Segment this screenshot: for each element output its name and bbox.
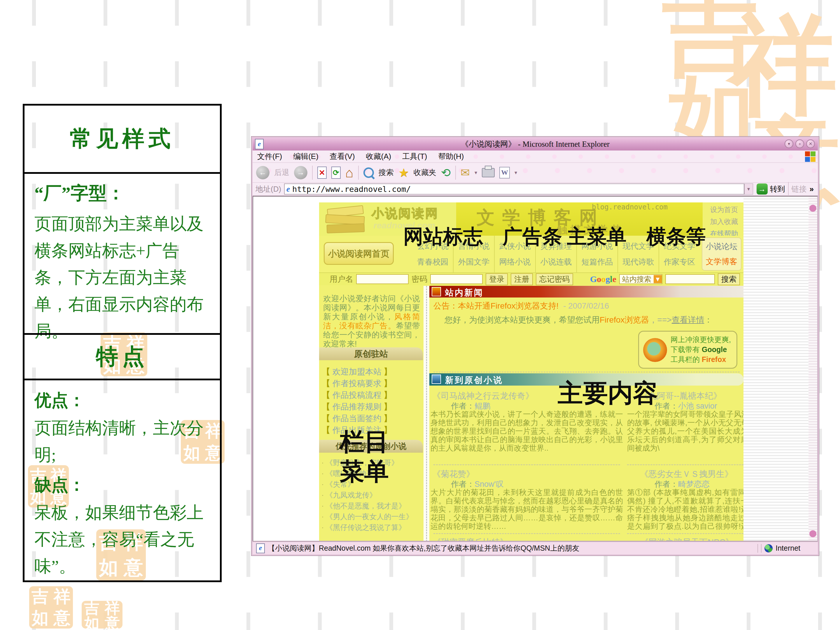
scope-dropdown-icon[interactable]: ▾ [654, 275, 662, 283]
novel-link[interactable]: ·《九凤戏龙传》 [321, 490, 423, 500]
menu-edit[interactable]: 编辑(E) [293, 152, 319, 162]
stop-button[interactable]: ✕ [317, 167, 327, 179]
search-icon[interactable] [363, 167, 374, 178]
novel-link[interactable]: ·《男人的一夜女人的一生》 [321, 512, 423, 521]
annotation-main-content: 主要内容 [558, 376, 658, 411]
firefox-link[interactable]: Firefox浏览器 [600, 315, 649, 324]
nav-link[interactable]: 短篇作品 [582, 257, 613, 267]
add-favorite-link[interactable]: 加入收藏 [705, 217, 744, 226]
print-icon[interactable] [482, 168, 495, 177]
cons-label: 缺点： [35, 474, 210, 496]
home-page-button[interactable]: 小说阅读网首页 [324, 242, 394, 265]
novel-description: 大片大片的菊花田，未到秋天这里就提前成为白色的世界。白菊代表哀思与悼念，然而在越… [431, 488, 623, 531]
sidebar-item[interactable]: 【 作品当面签约 】 [322, 413, 423, 424]
nav-link[interactable]: 青春校园 [417, 257, 448, 267]
nav-link[interactable]: 小说连载 [540, 257, 572, 267]
announcement-date: - 2007/02/16 [563, 301, 609, 310]
close-button[interactable]: ✕ [806, 139, 815, 148]
forward-button[interactable]: → [294, 166, 308, 179]
sidebar-item[interactable]: 【 欢迎加盟本站 】 [322, 366, 423, 377]
toolbar-separator [455, 166, 456, 180]
menu-help[interactable]: 帮助(H) [438, 152, 464, 162]
refresh-button[interactable]: ⟳ [332, 167, 341, 179]
nav-link[interactable]: 作家专区 [664, 257, 695, 267]
back-button[interactable]: ← [256, 166, 270, 179]
status-separator [758, 544, 758, 553]
pros-text: 页面结构清晰，主次分明; [35, 415, 204, 468]
forum-link[interactable]: 小说论坛 [706, 241, 737, 252]
menu-bar: 文件(F) 编辑(E) 查看(V) 收藏(A) 工具(T) 帮助(H) [253, 150, 818, 163]
status-page-icon: e [256, 543, 265, 553]
maximize-button[interactable]: ＋ [795, 139, 804, 148]
forgot-password-button[interactable]: 忘记密码 [536, 273, 573, 285]
home-button[interactable]: ⌂ [345, 167, 354, 178]
novel-title[interactable]: 《司马战神之行云龙传奇》 [432, 390, 534, 402]
novel-title[interactable]: 《菊花赞》 [432, 468, 475, 480]
address-input[interactable]: e http://www.readnovel.com/ [284, 183, 744, 194]
novels-header-icon [432, 374, 441, 384]
go-label[interactable]: 转到 [770, 184, 785, 194]
nav-link[interactable]: 网络小说 [499, 257, 531, 267]
scroll-up-button[interactable] [809, 205, 816, 212]
view-details-link[interactable]: 查看详情 [672, 315, 704, 324]
scroll-down-button[interactable] [809, 530, 816, 537]
blog-link[interactable]: 文学博客 [706, 256, 737, 267]
window-title: 《小说阅读网》 - Microsoft Internet Explorer [253, 139, 818, 149]
novel-link[interactable]: ·《他不是恶魔，我才是》 [321, 501, 423, 511]
novel-title[interactable]: 《甜蜜恶魔丘比特》 [432, 537, 508, 542]
novel-title[interactable]: 《恶劣女生ＶＳ拽男生》 [640, 468, 733, 480]
sidebar-item[interactable]: 【 作者投稿要求 】 [322, 378, 423, 389]
news-header-label: 站内新闻 [445, 287, 483, 298]
favorites-star-icon[interactable]: ★ [398, 166, 409, 179]
panel-section-title: 常见样式 [25, 106, 220, 172]
menu-tools[interactable]: 工具(T) [402, 152, 427, 162]
site-name: 小说阅读网 [372, 205, 439, 222]
go-icon[interactable]: → [756, 183, 768, 194]
edit-with-word-icon[interactable]: W [499, 167, 510, 178]
history-icon[interactable]: ⟲ [441, 166, 451, 179]
address-dropdown-icon[interactable]: ▾ [744, 183, 753, 194]
username-field[interactable] [356, 274, 409, 284]
password-field[interactable] [430, 274, 483, 284]
ie-favicon: e [286, 185, 290, 194]
search-label[interactable]: 搜索 [379, 167, 394, 178]
vertical-scrollbar[interactable] [808, 197, 817, 541]
favorites-label[interactable]: 收藏夹 [414, 167, 436, 178]
nav-link[interactable]: 现代诗歌 [623, 257, 654, 267]
minimize-button[interactable]: ▾ [785, 139, 793, 148]
toolbar-dropdown-icon[interactable]: ▾ [515, 169, 517, 176]
site-search-input[interactable] [665, 274, 715, 284]
novel-description: 本书乃长篇武侠小说，讲了一个人奇迹般的遭遇，练就一身绝世武功，利用自己的想象力，… [431, 410, 623, 461]
novel-author: 作者：小池 savior [655, 401, 717, 411]
firefox-ad-box[interactable]: 网上冲浪更快更爽, 下载带有 Google 工具栏的 Firefox [638, 331, 737, 369]
mail-dropdown-icon[interactable]: ▾ [475, 169, 477, 176]
novel-author: 作者：畸梦恋恋 [655, 479, 710, 489]
menu-favorites[interactable]: 收藏(A) [366, 152, 392, 162]
features-title: 特点 [96, 342, 148, 372]
novel-separator [433, 533, 620, 534]
novel-author: 作者：Snow'叹 [451, 479, 504, 489]
announcement-title[interactable]: 公告：本站开通Firefox浏览器支持! - 2007/02/16 [433, 300, 609, 311]
forum-links-box: 小说论坛 文学博客 [702, 237, 741, 271]
set-homepage-link[interactable]: 设为首页 [705, 205, 744, 215]
links-chevron-icon[interactable]: » [810, 185, 814, 194]
status-separator [761, 544, 761, 553]
sidebar-item[interactable]: 【 作品推荐规则 】 [322, 401, 423, 412]
site-search-button[interactable]: 搜索 [718, 273, 740, 285]
title-bar[interactable]: e 《小说阅读网》 - Microsoft Internet Explorer … [253, 138, 818, 150]
sidebar-item[interactable]: 【 作品投稿流程 】 [322, 390, 423, 401]
novel-title[interactable]: 《网游之骗尽天下NPC》 [640, 537, 734, 542]
toolbar: ← 后退 → ✕ ⟳ ⌂ 搜索 ★ 收藏夹 ⟲ ✉ ▾ W ▾ [253, 163, 818, 183]
login-button[interactable]: 登录 [486, 273, 508, 285]
links-label[interactable]: 链接 [792, 184, 807, 194]
address-label: 地址(D) [256, 184, 281, 194]
nav-link[interactable]: 外国文学 [458, 257, 490, 267]
novel-link[interactable]: ·《黑仔传说之我说了算》 [321, 523, 423, 532]
menu-file[interactable]: 文件(F) [257, 152, 282, 162]
novel-description: 第①部 (本故事纯属虚构,如有雷同,纯属偶然) 撞了人,不道歉就算了,连扶一下也… [627, 488, 744, 531]
register-button[interactable]: 注册 [511, 273, 533, 285]
news-header-bar: 站内新闻 [429, 286, 744, 297]
mail-icon[interactable]: ✉ [461, 166, 470, 179]
search-scope-select[interactable]: 站内搜索▾ [619, 274, 662, 284]
menu-view[interactable]: 查看(V) [330, 152, 355, 162]
